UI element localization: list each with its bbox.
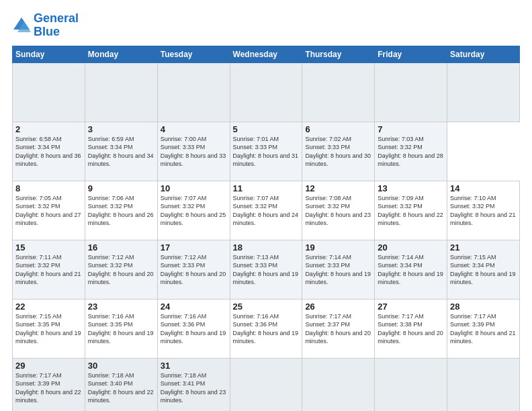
day-number: 29 (15, 361, 82, 371)
day-info: Sunrise: 7:17 AMSunset: 3:37 PMDaylight:… (305, 312, 371, 346)
calendar-cell: 31Sunrise: 7:18 AMSunset: 3:41 PMDayligh… (157, 358, 230, 411)
day-info: Sunrise: 7:16 AMSunset: 3:36 PMDaylight:… (161, 312, 227, 346)
day-info: Sunrise: 7:16 AMSunset: 3:35 PMDaylight:… (88, 312, 154, 346)
calendar-cell: 8Sunrise: 7:05 AMSunset: 3:32 PMDaylight… (13, 181, 85, 240)
calendar-cell: 6Sunrise: 7:02 AMSunset: 3:33 PMDaylight… (302, 122, 375, 181)
day-number: 14 (450, 183, 517, 193)
calendar-cell: 2Sunrise: 6:58 AMSunset: 3:34 PMDaylight… (13, 122, 85, 181)
day-info: Sunrise: 7:15 AMSunset: 3:35 PMDaylight:… (15, 312, 82, 346)
day-info: Sunrise: 7:09 AMSunset: 3:32 PMDaylight:… (378, 194, 444, 228)
calendar-cell (157, 62, 230, 122)
day-info: Sunrise: 7:13 AMSunset: 3:33 PMDaylight:… (233, 253, 300, 287)
logo: General Blue (12, 12, 79, 39)
day-number: 24 (161, 302, 227, 312)
weekday-header: Wednesday (230, 46, 302, 62)
day-info: Sunrise: 7:18 AMSunset: 3:40 PMDaylight:… (88, 371, 154, 405)
calendar-cell: 4Sunrise: 7:00 AMSunset: 3:33 PMDaylight… (157, 122, 230, 181)
calendar-cell: 20Sunrise: 7:14 AMSunset: 3:34 PMDayligh… (375, 240, 447, 299)
calendar-cell: 10Sunrise: 7:07 AMSunset: 3:32 PMDayligh… (157, 181, 230, 240)
day-info: Sunrise: 7:07 AMSunset: 3:32 PMDaylight:… (161, 194, 227, 228)
calendar-cell: 24Sunrise: 7:16 AMSunset: 3:36 PMDayligh… (157, 299, 230, 358)
calendar-cell: 28Sunrise: 7:17 AMSunset: 3:39 PMDayligh… (447, 299, 520, 358)
calendar-cell: 29Sunrise: 7:17 AMSunset: 3:39 PMDayligh… (13, 358, 85, 411)
day-number: 19 (305, 242, 371, 253)
day-number: 5 (233, 124, 300, 134)
day-info: Sunrise: 7:12 AMSunset: 3:33 PMDaylight:… (161, 253, 227, 287)
day-number: 18 (233, 242, 300, 253)
day-info: Sunrise: 7:17 AMSunset: 3:39 PMDaylight:… (15, 371, 82, 405)
day-info: Sunrise: 7:03 AMSunset: 3:32 PMDaylight:… (378, 135, 444, 169)
day-info: Sunrise: 7:14 AMSunset: 3:33 PMDaylight:… (305, 253, 371, 287)
calendar-cell: 12Sunrise: 7:08 AMSunset: 3:32 PMDayligh… (302, 181, 375, 240)
day-number: 25 (233, 302, 300, 312)
calendar-cell (447, 62, 520, 122)
calendar-cell: 27Sunrise: 7:17 AMSunset: 3:38 PMDayligh… (375, 299, 447, 358)
day-info: Sunrise: 7:02 AMSunset: 3:33 PMDaylight:… (305, 135, 371, 169)
day-number: 9 (88, 183, 154, 193)
day-number: 4 (161, 124, 227, 134)
calendar-cell: 13Sunrise: 7:09 AMSunset: 3:32 PMDayligh… (375, 181, 447, 240)
day-number: 3 (88, 124, 154, 134)
day-number: 2 (15, 124, 82, 134)
calendar-cell (13, 62, 85, 122)
day-number: 28 (450, 302, 517, 312)
calendar-cell (375, 358, 447, 411)
day-info: Sunrise: 7:15 AMSunset: 3:34 PMDaylight:… (450, 253, 517, 287)
calendar-cell: 7Sunrise: 7:03 AMSunset: 3:32 PMDaylight… (375, 122, 447, 181)
day-number: 17 (161, 242, 227, 253)
calendar-cell: 26Sunrise: 7:17 AMSunset: 3:37 PMDayligh… (302, 299, 375, 358)
day-info: Sunrise: 7:10 AMSunset: 3:32 PMDaylight:… (450, 194, 517, 228)
calendar-cell: 30Sunrise: 7:18 AMSunset: 3:40 PMDayligh… (85, 358, 157, 411)
calendar-page: General Blue SundayMondayTuesdayWednesda… (0, 0, 532, 411)
calendar-cell: 5Sunrise: 7:01 AMSunset: 3:33 PMDaylight… (230, 122, 302, 181)
day-info: Sunrise: 6:58 AMSunset: 3:34 PMDaylight:… (15, 135, 82, 169)
weekday-header: Sunday (13, 46, 85, 62)
day-number: 31 (161, 361, 227, 371)
day-info: Sunrise: 7:08 AMSunset: 3:32 PMDaylight:… (305, 194, 371, 228)
day-info: Sunrise: 7:01 AMSunset: 3:33 PMDaylight:… (233, 135, 300, 169)
calendar-cell (230, 62, 302, 122)
day-number: 15 (15, 242, 82, 253)
calendar-cell: 25Sunrise: 7:16 AMSunset: 3:36 PMDayligh… (230, 299, 302, 358)
day-info: Sunrise: 7:12 AMSunset: 3:32 PMDaylight:… (88, 253, 154, 287)
calendar-cell: 22Sunrise: 7:15 AMSunset: 3:35 PMDayligh… (13, 299, 85, 358)
calendar-cell (447, 358, 520, 411)
weekday-header: Thursday (302, 46, 375, 62)
day-number: 26 (305, 302, 371, 312)
calendar-cell: 17Sunrise: 7:12 AMSunset: 3:33 PMDayligh… (157, 240, 230, 299)
day-number: 7 (378, 124, 444, 134)
day-info: Sunrise: 7:17 AMSunset: 3:38 PMDaylight:… (378, 312, 444, 346)
day-number: 6 (305, 124, 371, 134)
calendar-cell: 11Sunrise: 7:07 AMSunset: 3:32 PMDayligh… (230, 181, 302, 240)
day-number: 27 (378, 302, 444, 312)
day-number: 23 (88, 302, 154, 312)
calendar-cell: 9Sunrise: 7:06 AMSunset: 3:32 PMDaylight… (85, 181, 157, 240)
day-info: Sunrise: 7:05 AMSunset: 3:32 PMDaylight:… (15, 194, 82, 228)
day-number: 22 (15, 302, 82, 312)
weekday-header: Tuesday (157, 46, 230, 62)
logo-icon (12, 16, 31, 35)
day-info: Sunrise: 7:00 AMSunset: 3:33 PMDaylight:… (161, 135, 227, 169)
calendar-cell: 3Sunrise: 6:59 AMSunset: 3:34 PMDaylight… (85, 122, 157, 181)
calendar-cell: 15Sunrise: 7:11 AMSunset: 3:32 PMDayligh… (13, 240, 85, 299)
header: General Blue (12, 12, 520, 39)
day-number: 20 (378, 242, 444, 253)
calendar-cell (230, 358, 302, 411)
calendar-cell: 14Sunrise: 7:10 AMSunset: 3:32 PMDayligh… (447, 181, 520, 240)
day-info: Sunrise: 7:11 AMSunset: 3:32 PMDaylight:… (15, 253, 82, 287)
calendar-cell: 23Sunrise: 7:16 AMSunset: 3:35 PMDayligh… (85, 299, 157, 358)
day-number: 21 (450, 242, 517, 253)
day-info: Sunrise: 7:07 AMSunset: 3:32 PMDaylight:… (233, 194, 300, 228)
calendar-cell: 16Sunrise: 7:12 AMSunset: 3:32 PMDayligh… (85, 240, 157, 299)
weekday-header: Monday (85, 46, 157, 62)
day-info: Sunrise: 7:18 AMSunset: 3:41 PMDaylight:… (161, 371, 227, 405)
weekday-header: Saturday (447, 46, 520, 62)
day-info: Sunrise: 7:06 AMSunset: 3:32 PMDaylight:… (88, 194, 154, 228)
day-number: 13 (378, 183, 444, 193)
day-info: Sunrise: 6:59 AMSunset: 3:34 PMDaylight:… (88, 135, 154, 169)
day-number: 16 (88, 242, 154, 253)
calendar-cell (302, 358, 375, 411)
calendar-cell (302, 62, 375, 122)
calendar-cell: 18Sunrise: 7:13 AMSunset: 3:33 PMDayligh… (230, 240, 302, 299)
calendar-cell: 21Sunrise: 7:15 AMSunset: 3:34 PMDayligh… (447, 240, 520, 299)
